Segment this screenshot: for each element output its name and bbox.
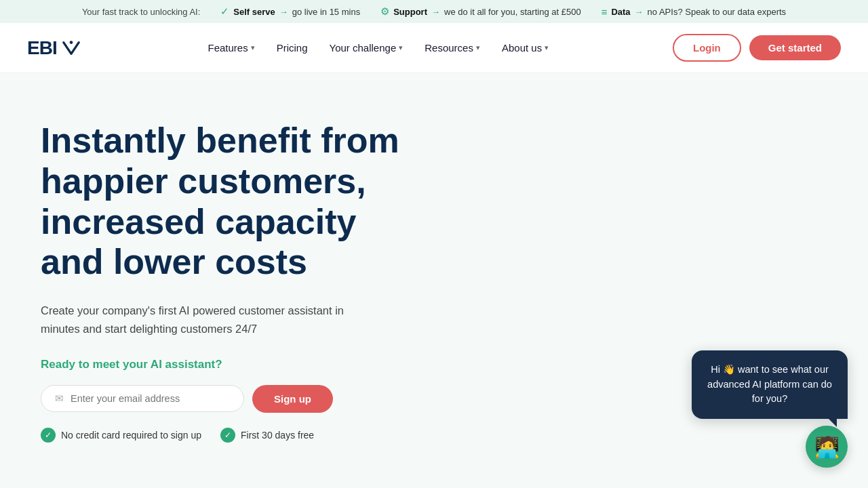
nav-link-pricing[interactable]: Pricing	[269, 37, 316, 59]
email-input[interactable]	[71, 393, 230, 404]
self-serve-label: Self serve	[233, 7, 275, 17]
trust-badges: ✓ No credit card required to sign up ✓ F…	[41, 428, 420, 443]
hero-subtext: Create your company's first AI powered c…	[41, 302, 366, 338]
nav-link-resources[interactable]: Resources ▾	[416, 37, 488, 59]
data-label: Data	[611, 7, 630, 17]
logo-icon	[58, 39, 84, 58]
nav-item-resources[interactable]: Resources ▾	[416, 37, 488, 59]
self-serve-detail: go live in 15 mins	[292, 7, 360, 17]
self-serve-arrow: →	[279, 7, 288, 17]
svg-point-0	[69, 41, 73, 44]
trust-badge-no-credit-card-label: No credit card required to sign up	[61, 430, 201, 441]
trust-badge-free-trial: ✓ First 30 days free	[220, 428, 314, 443]
support-icon: ⚙	[380, 5, 389, 18]
email-input-wrap[interactable]: ✉	[41, 385, 244, 412]
chat-widget[interactable]: Hi 👋 want to see what our advanced AI pl…	[692, 350, 848, 468]
top-banner: Your fast track to unlocking AI: ✓ Self …	[0, 0, 868, 23]
data-icon: ≡	[601, 6, 608, 18]
chat-avatar-emoji: 🧑‍💻	[814, 435, 840, 459]
nav-item-your-challenge[interactable]: Your challenge ▾	[321, 37, 412, 59]
chevron-down-icon: ▾	[545, 43, 549, 52]
mail-icon: ✉	[55, 392, 64, 405]
hero-content: Instantly benefit from happier customers…	[41, 121, 420, 443]
support-detail: we do it all for you, starting at £500	[444, 7, 581, 17]
trust-badge-no-credit-card: ✓ No credit card required to sign up	[41, 428, 201, 443]
nav-link-features[interactable]: Features ▾	[199, 37, 262, 59]
nav-item-features[interactable]: Features ▾	[199, 37, 262, 59]
data-arrow: →	[635, 7, 644, 17]
signup-button[interactable]: Sign up	[252, 385, 333, 413]
login-button[interactable]: Login	[673, 34, 741, 62]
chevron-down-icon: ▾	[399, 43, 403, 52]
nav-buttons: Login Get started	[673, 34, 841, 62]
banner-support: ⚙ Support → we do it all for you, starti…	[380, 5, 580, 18]
nav-item-pricing[interactable]: Pricing	[269, 37, 316, 59]
nav-link-about-us[interactable]: About us ▾	[494, 37, 557, 59]
logo[interactable]: EBI	[27, 37, 84, 59]
hero-headline: Instantly benefit from happier customers…	[41, 121, 420, 283]
hero-cta-label: Ready to meet your AI assistant?	[41, 358, 420, 371]
chevron-down-icon: ▾	[251, 43, 255, 52]
email-form: ✉ Sign up	[41, 385, 420, 413]
chat-avatar-button[interactable]: 🧑‍💻	[806, 426, 848, 468]
nav-item-about-us[interactable]: About us ▾	[494, 37, 557, 59]
banner-self-serve: ✓ Self serve → go live in 15 mins	[220, 5, 360, 18]
check-circle-icon: ✓	[41, 428, 56, 443]
banner-data: ≡ Data → no APIs? Speak to our data expe…	[601, 6, 786, 18]
chevron-down-icon: ▾	[476, 43, 480, 52]
banner-main-text: Your fast track to unlocking AI:	[82, 7, 200, 17]
support-arrow: →	[431, 7, 440, 17]
nav-link-your-challenge[interactable]: Your challenge ▾	[321, 37, 412, 59]
navbar: EBI Features ▾ Pricing Your challenge ▾	[0, 23, 868, 73]
check-circle-icon: ✓	[220, 428, 235, 443]
logo-text: EBI	[27, 37, 57, 59]
nav-links: Features ▾ Pricing Your challenge ▾ Reso…	[199, 37, 557, 59]
self-serve-icon: ✓	[220, 5, 229, 18]
support-label: Support	[393, 7, 427, 17]
get-started-button[interactable]: Get started	[749, 35, 841, 60]
trust-badge-free-trial-label: First 30 days free	[241, 430, 314, 441]
data-detail: no APIs? Speak to our data experts	[648, 7, 787, 17]
chat-bubble: Hi 👋 want to see what our advanced AI pl…	[692, 350, 848, 419]
